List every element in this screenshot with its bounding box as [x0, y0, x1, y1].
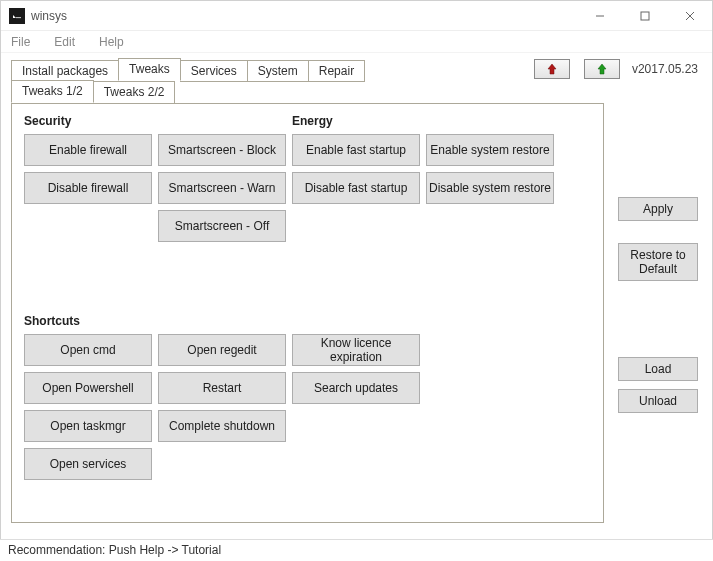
tab-install-packages[interactable]: Install packages — [11, 60, 119, 82]
tab-tweaks-2[interactable]: Tweaks 2/2 — [93, 81, 176, 104]
close-button[interactable] — [667, 1, 712, 31]
main-tabs: Install packages Tweaks Services System … — [11, 57, 364, 81]
restore-default-button[interactable]: Restore to Default — [618, 243, 698, 281]
tab-tweaks[interactable]: Tweaks — [118, 58, 181, 81]
titlebar: winsys — [1, 1, 712, 31]
menu-help[interactable]: Help — [93, 33, 130, 51]
status-bar: Recommendation: Push Help -> Tutorial — [0, 539, 713, 561]
top-row: Install packages Tweaks Services System … — [1, 53, 712, 81]
arrow-buttons — [534, 59, 620, 79]
sub-tabs: Tweaks 1/2 Tweaks 2/2 — [11, 80, 604, 103]
open-taskmgr-button[interactable]: Open taskmgr — [24, 410, 152, 442]
open-powershell-button[interactable]: Open Powershell — [24, 372, 152, 404]
energy-heading: Energy — [292, 114, 591, 128]
minimize-button[interactable] — [577, 1, 622, 31]
licence-expiration-button[interactable]: Know licence expiration — [292, 334, 420, 366]
open-regedit-button[interactable]: Open regedit — [158, 334, 286, 366]
security-heading: Security — [24, 114, 292, 128]
open-services-button[interactable]: Open services — [24, 448, 152, 480]
tweaks-panel: Security Enable firewall Disable firewal… — [11, 103, 604, 523]
unload-button[interactable]: Unload — [618, 389, 698, 413]
complete-shutdown-button[interactable]: Complete shutdown — [158, 410, 286, 442]
open-cmd-button[interactable]: Open cmd — [24, 334, 152, 366]
menubar: File Edit Help — [1, 31, 712, 53]
maximize-button[interactable] — [622, 1, 667, 31]
apply-button[interactable]: Apply — [618, 197, 698, 221]
tab-tweaks-1[interactable]: Tweaks 1/2 — [11, 80, 94, 103]
app-icon — [9, 8, 25, 24]
arrow-up-red-button[interactable] — [534, 59, 570, 79]
smartscreen-block-button[interactable]: Smartscreen - Block — [158, 134, 286, 166]
smartscreen-off-button[interactable]: Smartscreen - Off — [158, 210, 286, 242]
disable-system-restore-button[interactable]: Disable system restore — [426, 172, 554, 204]
status-text: Recommendation: Push Help -> Tutorial — [8, 543, 221, 557]
restart-button[interactable]: Restart — [158, 372, 286, 404]
menu-file[interactable]: File — [5, 33, 36, 51]
tab-system[interactable]: System — [247, 60, 309, 82]
arrow-up-green-button[interactable] — [584, 59, 620, 79]
window-title: winsys — [31, 9, 67, 23]
side-buttons: Apply Restore to Default Load Unload — [618, 81, 702, 523]
svg-rect-2 — [641, 12, 649, 20]
disable-firewall-button[interactable]: Disable firewall — [24, 172, 152, 204]
load-button[interactable]: Load — [618, 357, 698, 381]
tab-services[interactable]: Services — [180, 60, 248, 82]
svg-rect-0 — [16, 17, 21, 18]
disable-fast-startup-button[interactable]: Disable fast startup — [292, 172, 420, 204]
enable-fast-startup-button[interactable]: Enable fast startup — [292, 134, 420, 166]
search-updates-button[interactable]: Search updates — [292, 372, 420, 404]
menu-edit[interactable]: Edit — [48, 33, 81, 51]
enable-firewall-button[interactable]: Enable firewall — [24, 134, 152, 166]
version-label: v2017.05.23 — [632, 62, 702, 76]
enable-system-restore-button[interactable]: Enable system restore — [426, 134, 554, 166]
smartscreen-warn-button[interactable]: Smartscreen - Warn — [158, 172, 286, 204]
shortcuts-heading: Shortcuts — [24, 314, 591, 328]
tab-repair[interactable]: Repair — [308, 60, 365, 82]
